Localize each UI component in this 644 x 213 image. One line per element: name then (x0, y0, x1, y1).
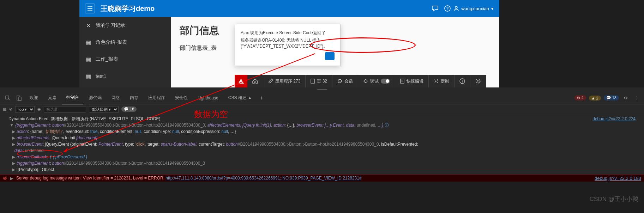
tab-lighthouse[interactable]: Lighthouse (193, 92, 223, 104)
filter-input[interactable] (44, 106, 86, 112)
sidebar-item-label: 我的学习记录 (96, 22, 125, 29)
console-error-line: ⊗ ▶ Server debug log message written: Vi… (0, 174, 644, 182)
user-menu[interactable]: wangxiaoxian ▾ (453, 6, 494, 11)
edit-page-button[interactable]: 页 32 (306, 75, 332, 87)
console-prop-action[interactable]: ▶action: {name: '新增执行', eventResult: tru… (8, 128, 636, 135)
devtools-tabs: 欢迎 元素 控制台 源代码 网络 内存 应用程序 安全性 Lighthouse … (0, 92, 644, 104)
tab-sources[interactable]: 源代码 (85, 92, 106, 104)
svg-point-10 (477, 80, 479, 82)
home-button[interactable] (247, 75, 263, 87)
chat-icon[interactable] (432, 5, 439, 12)
sidebar-item-label: 角色介绍-报表 (96, 39, 127, 45)
sidebar-item-label: test1 (96, 73, 106, 79)
sidebar-item-test1[interactable]: ▦ test1 (79, 68, 171, 85)
svg-rect-4 (311, 79, 314, 83)
modal-ok-button[interactable] (325, 52, 335, 60)
tab-memory[interactable]: 内存 (126, 92, 143, 104)
help-icon[interactable]: ? (444, 5, 451, 12)
console-object-preview[interactable]: ▼{triggeringElement: button#B20141949980… (8, 122, 636, 128)
device-icon[interactable] (14, 94, 24, 102)
devtools-panel: 欢迎 元素 控制台 源代码 网络 内存 应用程序 安全性 Lighthouse … (0, 87, 644, 182)
debug-button[interactable]: 调试 (358, 75, 395, 87)
warning-badge[interactable]: ▲ 2 (589, 96, 601, 101)
report-icon: ▦ (85, 73, 91, 80)
eye-icon[interactable]: ◉ (37, 107, 41, 111)
plus-icon[interactable]: + (258, 93, 265, 103)
console-line: Dynamic Action Fired: 新增数据 - 新增执行 (NATIV… (8, 116, 636, 122)
console-prop-resume[interactable]: ▶resumeCallback: ƒ ( pErrorOccurred ) (8, 154, 636, 160)
console-filter-bar: ▥ ⊘ top ▾ ◉ 默认级别 ▾ 💬 18 (0, 104, 644, 114)
sidebar-item-label: 工作_报表 (96, 56, 118, 62)
tab-application[interactable]: 应用程序 (144, 92, 169, 104)
modal-body: 服务器错误ORA-01400: 无法将 NULL 插入 ("YWJA"."DEP… (241, 37, 335, 49)
error-modal: Ajax 调用为Execute Server-Side Code返回了 服务器错… (235, 24, 341, 66)
sidebar-item-roles[interactable]: ▦ 角色介绍-报表 (79, 34, 171, 51)
menu-button[interactable] (85, 4, 95, 13)
error-badge[interactable]: ⊗ 4 (574, 95, 586, 101)
svg-point-2 (455, 6, 457, 8)
svg-text:i: i (462, 79, 463, 83)
console-output: Dynamic Action Fired: 新增数据 - 新增执行 (NATIV… (0, 114, 644, 174)
inspect-icon[interactable] (3, 94, 13, 102)
console-prop-triggering[interactable]: ▶triggeringElement: button#B201419499805… (8, 160, 636, 166)
hidden-count-badge[interactable]: 💬 18 (121, 107, 137, 112)
grid-icon: ▦ (85, 39, 91, 46)
edit-app-button[interactable]: 应用程序 273 (263, 75, 306, 87)
app-bar: 王晓娴学习demo ? wangxiaoxian ▾ (79, 0, 499, 17)
user-name: wangxiaoxian (461, 6, 489, 11)
modal-title: Ajax 调用为Execute Server-Side Code返回了 (241, 30, 335, 36)
clear-icon[interactable]: ⊘ (9, 107, 12, 111)
tab-elements[interactable]: 元素 (44, 92, 61, 104)
level-select[interactable]: 默认级别 ▾ (89, 106, 119, 112)
gear-icon[interactable]: ⚙ (622, 94, 630, 102)
info-badge[interactable]: 💬 18 (604, 95, 619, 101)
debug-toggle[interactable] (381, 79, 390, 84)
watermark-signature: CSDN @王小小鸭 (590, 195, 638, 203)
tab-css-overview[interactable]: CSS 概述 ▲ (224, 92, 256, 104)
customize-button[interactable]: 定制 (429, 75, 455, 87)
user-icon (453, 6, 459, 11)
console-prop-browser-event[interactable]: ▶browserEvent: jQuery.Event {originalEve… (8, 141, 636, 147)
apex-dev-toolbar: ! 应用程序 273 页 32 会话 调试 (235, 75, 486, 87)
crossed-tools-icon: ✕ (85, 22, 91, 29)
report-icon: ▦ (85, 56, 91, 63)
gear-button[interactable] (470, 75, 486, 87)
svg-text:?: ? (446, 6, 449, 11)
console-prop-prototype[interactable]: ▶[[Prototype]]: Object (8, 166, 636, 173)
quick-edit-button[interactable]: 快速编辑 (395, 75, 429, 87)
info-button[interactable]: i (455, 75, 470, 87)
app-body: ✕ 我的学习记录 ▦ 角色介绍-报表 ▦ 工作_报表 ▦ test1 部门信息 … (79, 17, 499, 87)
svg-rect-15 (19, 97, 21, 101)
console-prop-affected[interactable]: ▶affectedElements: jQuery.fn.init [docum… (8, 135, 636, 141)
svg-point-6 (364, 80, 367, 83)
error-text: Server debug log message written: View I… (16, 176, 362, 181)
sidebar-item-work[interactable]: ▦ 工作_报表 (79, 51, 171, 68)
tab-network[interactable]: 网络 (107, 92, 124, 104)
error-url-link[interactable]: http://47.111.8.143:8080/ords/f?p=4000:9… (165, 176, 361, 181)
tab-console[interactable]: 控制台 (62, 92, 83, 104)
app-title: 王晓娴学习demo (101, 4, 429, 13)
file-link[interactable]: debug.js?v=22.2.0:183 (595, 176, 641, 181)
tab-security[interactable]: 安全性 (171, 92, 192, 104)
tab-welcome[interactable]: 欢迎 (25, 92, 42, 104)
file-link[interactable]: debug.js?v=22.2.0:224 (592, 116, 636, 122)
main-content: 部门信息 部门信息表_表 Ajax 调用为Execute Server-Side… (171, 17, 499, 87)
context-select[interactable]: top ▾ (15, 106, 35, 112)
session-button[interactable]: 会话 (332, 75, 358, 87)
chevron-down-icon: ▾ (491, 6, 494, 11)
sidebar: ✕ 我的学习记录 ▦ 角色介绍-报表 ▦ 工作_报表 ▦ test1 (79, 17, 171, 87)
more-icon[interactable]: ⋮ (633, 94, 641, 102)
warning-icon[interactable]: ! (235, 75, 247, 87)
console-prop-data[interactable]: data: undefined (8, 147, 636, 154)
svg-text:!: ! (240, 80, 241, 84)
sidebar-toggle-icon[interactable]: ▥ (3, 107, 6, 111)
sidebar-item-learning[interactable]: ✕ 我的学习记录 (79, 17, 171, 34)
error-x-icon: ⊗ (3, 175, 7, 181)
